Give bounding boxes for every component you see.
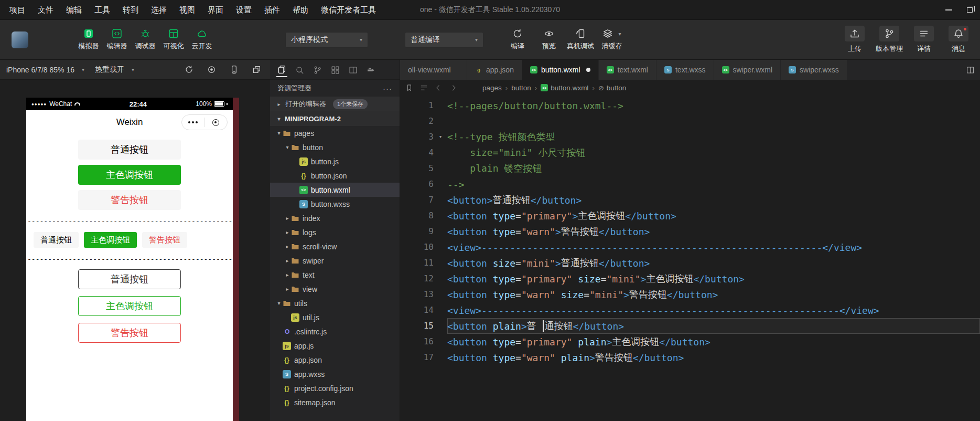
code-line-9[interactable]: 9<button type="warn">警告按钮</button>	[400, 224, 980, 239]
compile-button[interactable]: 编译	[503, 28, 532, 51]
search-icon[interactable]	[294, 62, 305, 77]
tree-item-button[interactable]: ▾button	[270, 140, 400, 154]
menu-item-3[interactable]: 工具	[88, 0, 116, 20]
tab-app.json[interactable]: {}app.json	[467, 60, 522, 80]
tree-item-.eslintrc.js[interactable]: .eslintrc.js	[270, 324, 400, 339]
tab-text.wxml[interactable]: <>text.wxml	[599, 60, 656, 80]
extensions-icon[interactable]	[330, 62, 341, 77]
open-editors-section[interactable]: ▸ 打开的编辑器 1个未保存	[270, 97, 400, 111]
code-editor[interactable]: 1<!--pages/button/button.wxml-->23▾<!--t…	[400, 96, 980, 421]
menu-item-6[interactable]: 视图	[173, 0, 201, 20]
menu-item-7[interactable]: 界面	[201, 0, 230, 20]
breadcrumb-item-button.wxml[interactable]: <>button.wxml	[541, 84, 588, 92]
tab-text.wxss[interactable]: Stext.wxss	[656, 60, 714, 80]
tree-item-app.js[interactable]: jsapp.js	[270, 339, 400, 353]
code-line-8[interactable]: 8<button type="primary">主色调按钮</button>	[400, 208, 980, 224]
record-button[interactable]	[207, 65, 216, 74]
code-line-12[interactable]: 12<button type="primary" size="mini">主色调…	[400, 271, 980, 287]
wx-button-default[interactable]: 普通按钮	[78, 140, 181, 160]
code-line-10[interactable]: 10<view>--------------------------------…	[400, 239, 980, 255]
code-line-11[interactable]: 11<button size="mini">普通按钮</button>	[400, 255, 980, 271]
code-line-3[interactable]: 3▾<!--type 按钮颜色类型	[400, 129, 980, 145]
debugger-button[interactable]: 调试器	[131, 28, 159, 51]
code-line-13[interactable]: 13<button type="warn" size="mini">警告按钮</…	[400, 287, 980, 302]
code-line-2[interactable]: 2	[400, 113, 980, 129]
simulator-button[interactable]: 模拟器	[74, 28, 103, 51]
tree-item-app.wxss[interactable]: Sapp.wxss	[270, 367, 400, 381]
tree-item-util.js[interactable]: jsutil.js	[270, 310, 400, 324]
version-button[interactable]: 版本管理	[875, 26, 903, 54]
multi-window-button[interactable]	[252, 65, 261, 74]
wx-button-primary[interactable]: 主色调按钮	[78, 165, 181, 185]
close-minimize-button[interactable]	[205, 119, 228, 126]
minimize-button[interactable]	[945, 9, 952, 10]
more-actions-icon[interactable]: ···	[383, 84, 392, 93]
split-view-icon[interactable]	[348, 62, 359, 77]
message-button[interactable]: 消息	[944, 26, 973, 54]
wx-plain-button-warn[interactable]: 警告按钮	[78, 323, 181, 343]
compile-mode-select[interactable]: 普通编译 ▾	[405, 32, 483, 48]
wx-mini-button-primary[interactable]: 主色调按钮	[84, 232, 137, 248]
menu-item-10[interactable]: 帮助	[286, 0, 315, 20]
tree-item-index[interactable]: ▸index	[270, 211, 400, 225]
breadcrumb-item-pages[interactable]: pages	[482, 84, 502, 92]
wx-mini-button-warn[interactable]: 警告按钮	[142, 232, 187, 248]
device-select[interactable]: iPhone 6/7/8 85% 16 ▾	[6, 66, 84, 74]
code-line-4[interactable]: 4 size="mini" 小尺寸按钮	[400, 145, 980, 161]
menu-item-5[interactable]: 选择	[145, 0, 173, 20]
code-line-5[interactable]: 5 plain 镂空按钮	[400, 161, 980, 176]
preview-button[interactable]: 预览	[535, 28, 563, 51]
bookmark-icon[interactable]	[405, 84, 413, 92]
fold-toggle-icon[interactable]: ▾	[434, 129, 447, 145]
tab-swiper.wxml[interactable]: <>swiper.wxml	[714, 60, 781, 80]
tab-button.wxml[interactable]: <>button.wxml	[522, 60, 599, 80]
code-line-7[interactable]: 7<button>普通按钮</button>	[400, 192, 980, 208]
tree-item-view[interactable]: ▸view	[270, 282, 400, 296]
menu-item-4[interactable]: 转到	[116, 0, 145, 20]
menu-item-11[interactable]: 微信开发者工具	[315, 0, 382, 20]
wx-mini-button-default[interactable]: 普通按钮	[34, 232, 79, 248]
hot-reload-toggle[interactable]: 热重载开 ▾	[95, 65, 134, 75]
code-line-16[interactable]: 16<button type="primary" plain>主色调按钮</bu…	[400, 334, 980, 350]
simulator-scroll-strip[interactable]	[233, 98, 239, 421]
git-branch-icon[interactable]	[312, 62, 323, 77]
editor-button[interactable]: 编辑器	[103, 28, 131, 51]
mode-select[interactable]: 小程序模式 ▾	[285, 32, 368, 48]
project-root[interactable]: ▾ MINIPROGRAM-2	[270, 111, 400, 126]
code-line-1[interactable]: 1<!--pages/button/button.wxml-->	[400, 98, 980, 113]
wx-plain-button-primary[interactable]: 主色调按钮	[78, 296, 181, 316]
clear-button[interactable]: ▾清缓存	[598, 28, 626, 51]
menu-item-0[interactable]: 项目	[3, 0, 31, 20]
split-editor-icon[interactable]	[966, 60, 975, 80]
tree-item-project.config.json[interactable]: {}project.config.json	[270, 381, 400, 395]
wx-button-warn[interactable]: 警告按钮	[78, 190, 181, 210]
code-line-15[interactable]: 15<button plain>普 通按钮</button>	[400, 318, 980, 334]
whale-icon[interactable]	[365, 62, 376, 77]
tree-item-button.wxss[interactable]: Sbutton.wxss	[270, 197, 400, 211]
tree-item-logs[interactable]: ▸logs	[270, 225, 400, 239]
wx-plain-button-default[interactable]: 普通按钮	[78, 269, 181, 289]
tree-item-button.wxml[interactable]: <>button.wxml	[270, 183, 400, 197]
back-arrow-icon[interactable]	[435, 84, 443, 92]
tree-item-swiper[interactable]: ▸swiper	[270, 254, 400, 268]
upload-button[interactable]: 上传	[841, 26, 869, 54]
menu-item-9[interactable]: 插件	[258, 0, 286, 20]
tree-item-app.json[interactable]: {}app.json	[270, 353, 400, 367]
visualizer-button[interactable]: 可视化	[159, 28, 188, 51]
tree-item-sitemap.json[interactable]: {}sitemap.json	[270, 395, 400, 409]
forward-arrow-icon[interactable]	[449, 84, 457, 92]
device-button[interactable]	[230, 65, 239, 74]
maximize-button[interactable]	[967, 7, 973, 13]
breadcrumb-item-button[interactable]: ⊘button	[598, 84, 626, 92]
code-line-14[interactable]: 14<view>--------------------------------…	[400, 302, 980, 318]
tree-item-button.json[interactable]: {}button.json	[270, 169, 400, 183]
tab-swiper.wxss[interactable]: Sswiper.wxss	[781, 60, 847, 80]
remote-button[interactable]: 真机调试	[566, 28, 595, 51]
menu-item-2[interactable]: 编辑	[60, 0, 88, 20]
cloud-button[interactable]: 云开发	[188, 28, 216, 51]
menu-item-1[interactable]: 文件	[31, 0, 60, 20]
outline-icon[interactable]	[420, 84, 428, 92]
tab-oll-view.wxml[interactable]: oll-view.wxml	[400, 60, 467, 80]
tree-item-pages[interactable]: ▾pages	[270, 126, 400, 140]
avatar[interactable]	[12, 31, 28, 48]
